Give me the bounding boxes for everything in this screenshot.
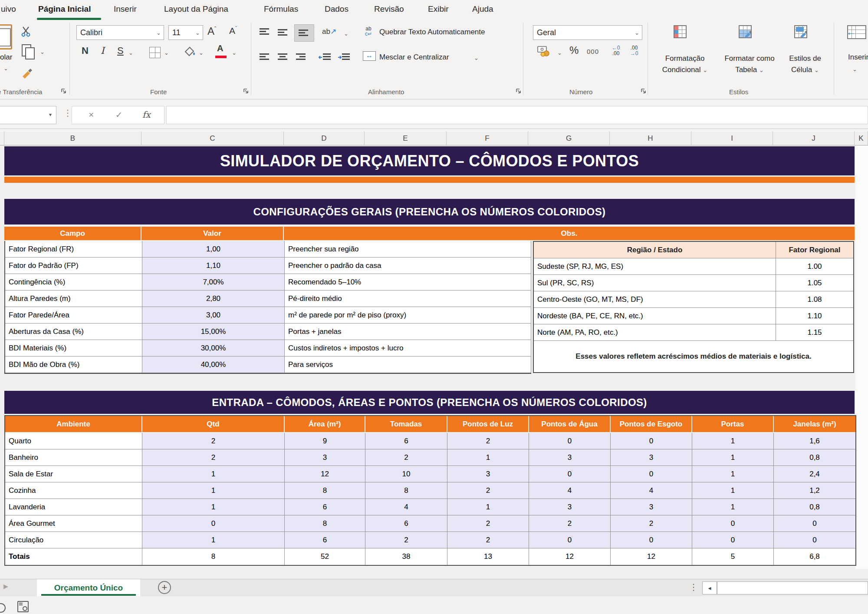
config-cell-valor[interactable]: 7,00% bbox=[142, 274, 285, 290]
borders-icon[interactable] bbox=[149, 47, 161, 58]
region-cell[interactable]: Sul (PR, SC, RS) bbox=[534, 275, 776, 291]
number-format-select[interactable]: Geral ⌄ bbox=[533, 25, 642, 40]
entry-col-header[interactable]: Área (m²) bbox=[285, 416, 365, 433]
config-col-valor[interactable]: Valor bbox=[141, 227, 284, 241]
config-cell-desc[interactable]: Preencher sua região bbox=[285, 241, 531, 257]
entry-cell[interactable]: 0 bbox=[611, 433, 692, 449]
chevron-down-icon[interactable]: ⌄ bbox=[852, 66, 857, 73]
chevron-down-icon[interactable]: ⌄ bbox=[232, 50, 237, 56]
entry-totals-cell[interactable]: 12 bbox=[611, 548, 692, 565]
entry-col-header[interactable]: Pontos de Luz bbox=[447, 416, 529, 433]
bold-icon[interactable]: N bbox=[82, 45, 89, 56]
entry-table-title[interactable]: ENTRADA – CÔMODOS, ÁREAS E PONTOS (PREEN… bbox=[4, 391, 855, 414]
tab-pagina-inicial[interactable]: Página Inicial bbox=[38, 4, 91, 14]
underline-icon[interactable]: S bbox=[117, 45, 124, 56]
entry-cell[interactable]: 2 bbox=[447, 433, 529, 449]
column-header-h[interactable]: H bbox=[610, 132, 691, 145]
entry-cell[interactable]: 1 bbox=[692, 482, 774, 499]
entry-cell[interactable]: 8 bbox=[365, 482, 447, 499]
wrap-text-icon[interactable]: abc↵ bbox=[363, 26, 374, 36]
chevron-down-icon[interactable]: ⌄ bbox=[195, 30, 203, 36]
cell-styles-icon[interactable] bbox=[794, 25, 807, 38]
orientation-icon[interactable]: ab↗ bbox=[322, 27, 336, 36]
entry-totals-cell[interactable]: 12 bbox=[529, 548, 611, 565]
chevron-down-icon[interactable]: ⌄ bbox=[557, 50, 562, 56]
entry-cell[interactable]: 2 bbox=[142, 449, 285, 466]
insert-cells-icon[interactable]: ← bbox=[847, 25, 866, 39]
wrap-text-label[interactable]: Quebrar Texto Automaticamente bbox=[379, 28, 485, 36]
entry-totals-cell[interactable]: 13 bbox=[447, 548, 529, 565]
entry-col-header[interactable]: Portas bbox=[692, 416, 774, 433]
entry-cell[interactable]: 2 bbox=[529, 515, 611, 532]
tab-arquivo[interactable]: uivo bbox=[1, 4, 16, 14]
entry-cell[interactable]: 12 bbox=[285, 466, 365, 482]
entry-cell[interactable]: 1 bbox=[142, 482, 285, 499]
tab-inserir[interactable]: Inserir bbox=[114, 4, 137, 14]
entry-cell[interactable]: 2 bbox=[365, 532, 447, 548]
chevron-down-icon[interactable]: ⌄ bbox=[474, 55, 479, 61]
entry-cell[interactable]: 6 bbox=[285, 532, 365, 548]
accounting-format-icon[interactable] bbox=[537, 45, 550, 59]
tab-ajuda[interactable]: Ajuda bbox=[472, 4, 493, 14]
entry-totals-cell[interactable]: 8 bbox=[142, 548, 285, 565]
align-middle-icon[interactable] bbox=[278, 28, 289, 38]
format-painter-icon[interactable] bbox=[21, 66, 34, 81]
paste-button-label[interactable]: olar bbox=[0, 53, 12, 62]
config-cell-desc[interactable]: Custos indiretos + impostos + lucro bbox=[285, 340, 531, 357]
config-cell-valor[interactable]: 40,00% bbox=[142, 357, 285, 373]
entry-cell[interactable]: 3 bbox=[529, 449, 611, 466]
align-center-icon[interactable] bbox=[278, 53, 289, 63]
entry-cell[interactable]: 0 bbox=[529, 466, 611, 482]
sheet-nav-right-icon[interactable]: ▶ bbox=[3, 583, 8, 590]
entry-cell[interactable]: 0 bbox=[692, 515, 774, 532]
chevron-down-icon[interactable]: ▾ bbox=[49, 112, 52, 118]
entry-cell[interactable]: 3 bbox=[447, 466, 529, 482]
format-as-table-icon[interactable] bbox=[739, 25, 752, 38]
config-col-campo[interactable]: Campo bbox=[4, 227, 141, 241]
config-cell-campo[interactable]: Aberturas da Casa (%) bbox=[5, 324, 142, 340]
chevron-down-icon[interactable]: ⌄ bbox=[164, 50, 169, 56]
config-cell-campo[interactable]: Contingência (%) bbox=[5, 274, 142, 290]
entry-cell[interactable]: 6 bbox=[365, 433, 447, 449]
entry-totals-cell[interactable]: 6,8 bbox=[774, 548, 855, 565]
config-cell-desc[interactable]: Pé-direito médio bbox=[285, 290, 531, 307]
entry-totals-label[interactable]: Totais bbox=[5, 548, 142, 565]
entry-cell-ambiente[interactable]: Cozinha bbox=[5, 482, 142, 499]
entry-cell-ambiente[interactable]: Área Gourmet bbox=[5, 515, 142, 532]
entry-col-header[interactable]: Tomadas bbox=[365, 416, 447, 433]
entry-cell[interactable]: 2 bbox=[611, 515, 692, 532]
macro-record-icon[interactable] bbox=[17, 601, 29, 612]
entry-cell[interactable]: 0 bbox=[774, 532, 855, 548]
entry-cell[interactable]: 1 bbox=[692, 449, 774, 466]
region-col-header[interactable]: Região / Estado bbox=[534, 242, 776, 258]
conditional-formatting-icon[interactable] bbox=[674, 25, 687, 38]
entry-cell[interactable]: 0 bbox=[529, 433, 611, 449]
entry-cell[interactable]: 8 bbox=[285, 515, 365, 532]
chevron-down-icon[interactable]: ⌄ bbox=[344, 30, 349, 37]
scrollbar-left-icon[interactable]: ◂ bbox=[702, 581, 717, 594]
entry-cell[interactable]: 0 bbox=[611, 466, 692, 482]
region-cell[interactable]: Centro-Oeste (GO, MT, MS, DF) bbox=[534, 291, 776, 308]
formula-bar-grip[interactable]: ⋮ bbox=[63, 108, 71, 118]
column-header-k[interactable]: K bbox=[855, 132, 868, 145]
entry-cell[interactable]: 1 bbox=[447, 449, 529, 466]
config-cell-campo[interactable]: Fator Parede/Área bbox=[5, 307, 142, 324]
entry-col-header[interactable]: Pontos de Esgoto bbox=[611, 416, 692, 433]
config-cell-campo[interactable]: Fator Regional (FR) bbox=[5, 241, 142, 257]
font-size-select[interactable]: 11 ⌄ bbox=[168, 25, 203, 40]
chevron-down-icon[interactable]: ⌄ bbox=[199, 50, 204, 56]
status-icon-partial[interactable] bbox=[0, 603, 6, 613]
entry-cell[interactable]: 0 bbox=[692, 532, 774, 548]
entry-cell-ambiente[interactable]: Banheiro bbox=[5, 449, 142, 466]
entry-cell[interactable]: 4 bbox=[529, 482, 611, 499]
config-cell-valor[interactable]: 15,00% bbox=[142, 324, 285, 340]
comma-style-icon[interactable]: 000 bbox=[587, 48, 599, 55]
entry-cell[interactable]: 0 bbox=[142, 515, 285, 532]
entry-cell[interactable]: 9 bbox=[285, 433, 365, 449]
column-header-a-partial[interactable] bbox=[0, 132, 4, 145]
entry-cell[interactable]: 1 bbox=[142, 499, 285, 515]
entry-totals-cell[interactable]: 5 bbox=[692, 548, 774, 565]
config-cell-valor[interactable]: 1,10 bbox=[142, 257, 285, 274]
factor-cell[interactable]: 1.15 bbox=[776, 324, 853, 341]
config-cell-desc[interactable]: m² de parede por m² de piso (proxy) bbox=[285, 307, 531, 324]
